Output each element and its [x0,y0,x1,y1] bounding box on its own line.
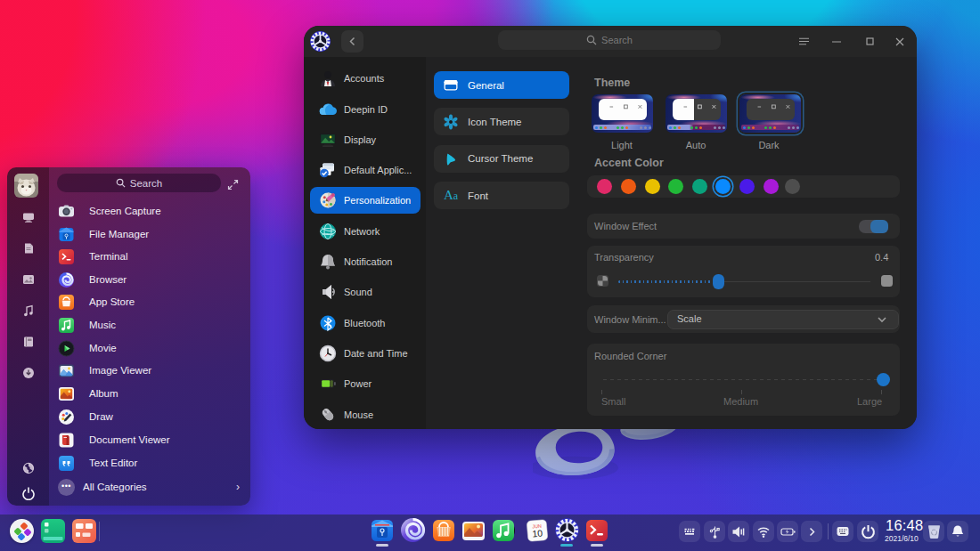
svg-text:10: 10 [532,527,543,539]
